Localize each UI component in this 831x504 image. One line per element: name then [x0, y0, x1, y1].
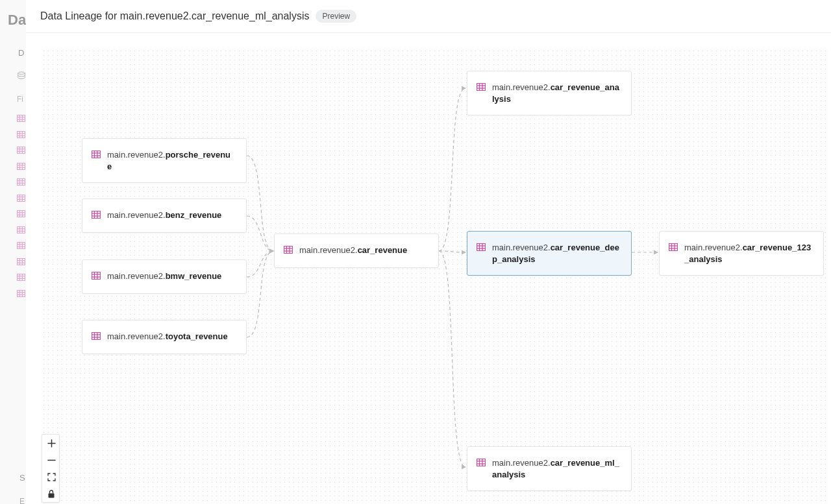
- table-icon: [284, 245, 293, 257]
- svg-rect-101: [669, 244, 678, 251]
- zoom-controls: [42, 434, 60, 503]
- node-label: main.revenue2.car_revenue_deep_analysis: [492, 242, 619, 265]
- lock-button[interactable]: [42, 485, 60, 502]
- svg-rect-71: [92, 272, 101, 280]
- lock-icon: [47, 490, 55, 498]
- node-label: main.revenue2.bmw_revenue: [107, 270, 221, 282]
- svg-rect-86: [477, 84, 486, 91]
- lineage-node-porsche-revenue[interactable]: main.revenue2.porsche_revenue: [82, 138, 247, 183]
- lineage-node-toyota-revenue[interactable]: main.revenue2.toyota_revenue: [82, 320, 247, 354]
- svg-rect-41: [18, 242, 25, 248]
- lineage-node-car-revenue-ml-analysis[interactable]: main.revenue2.car_revenue_ml_analysis: [467, 446, 632, 491]
- node-label: main.revenue2.porsche_revenue: [107, 149, 234, 172]
- svg-rect-11: [18, 147, 25, 153]
- lineage-node-car-revenue-123-analysis[interactable]: main.revenue2.car_revenue_123_analysis: [659, 231, 824, 276]
- background-filter-text: Fi: [17, 95, 23, 104]
- svg-point-0: [18, 72, 25, 75]
- table-icon: [92, 150, 101, 162]
- lineage-node-car-revenue[interactable]: main.revenue2.car_revenue: [274, 234, 439, 268]
- table-icon: [477, 82, 486, 94]
- table-icon: [669, 243, 678, 254]
- svg-rect-36: [18, 226, 25, 233]
- panel-header: Data Lineage for main.revenue2.car_reven…: [26, 0, 831, 33]
- fullscreen-icon: [47, 473, 56, 481]
- svg-rect-46: [18, 258, 25, 265]
- node-label: main.revenue2.toyota_revenue: [107, 331, 228, 342]
- svg-rect-91: [477, 244, 486, 251]
- lineage-canvas[interactable]: main.revenue2.porsche_revenue main.reven…: [42, 49, 828, 504]
- table-icon: [92, 271, 101, 283]
- svg-rect-96: [477, 459, 486, 466]
- node-label: main.revenue2.car_revenue_ml_analysis: [492, 457, 619, 480]
- minus-icon: [47, 456, 56, 464]
- background-overlay: Da D Fi S E: [0, 0, 26, 504]
- svg-rect-66: [92, 211, 101, 219]
- node-label: main.revenue2.car_revenue_123_analysis: [684, 242, 812, 265]
- node-label: main.revenue2.benz_revenue: [107, 210, 221, 221]
- table-icon: [477, 458, 486, 470]
- background-bottom-text-1: S: [19, 473, 25, 483]
- svg-rect-76: [92, 333, 101, 340]
- svg-rect-6: [18, 131, 25, 138]
- zoom-in-button[interactable]: [42, 435, 60, 451]
- svg-rect-106: [49, 493, 55, 498]
- table-icon: [92, 331, 101, 343]
- svg-rect-1: [18, 115, 25, 121]
- zoom-out-button[interactable]: [42, 451, 60, 468]
- table-icon: [92, 210, 101, 222]
- svg-rect-61: [92, 151, 101, 158]
- background-tab: D: [18, 48, 24, 58]
- background-page-title: Da: [8, 12, 26, 29]
- svg-rect-51: [18, 274, 25, 280]
- background-bottom-text-2: E: [19, 497, 25, 504]
- node-label: main.revenue2.car_revenue_analysis: [492, 82, 619, 104]
- svg-rect-26: [18, 195, 25, 201]
- fit-view-button[interactable]: [42, 468, 60, 485]
- background-table-list: [17, 115, 26, 306]
- panel-title: Data Lineage for main.revenue2.car_reven…: [40, 10, 309, 22]
- svg-rect-56: [18, 290, 25, 296]
- lineage-node-car-revenue-analysis[interactable]: main.revenue2.car_revenue_analysis: [467, 71, 632, 115]
- svg-rect-16: [18, 163, 25, 169]
- preview-badge: Preview: [316, 10, 356, 23]
- svg-rect-21: [18, 178, 25, 185]
- table-icon: [477, 243, 486, 254]
- svg-rect-81: [284, 246, 293, 254]
- lineage-node-bmw-revenue[interactable]: main.revenue2.bmw_revenue: [82, 259, 247, 294]
- background-db-icon: [17, 71, 26, 97]
- lineage-node-benz-revenue[interactable]: main.revenue2.benz_revenue: [82, 198, 247, 233]
- lineage-node-car-revenue-deep-analysis[interactable]: main.revenue2.car_revenue_deep_analysis: [467, 231, 632, 276]
- plus-icon: [47, 439, 56, 448]
- lineage-panel: Data Lineage for main.revenue2.car_reven…: [26, 0, 831, 504]
- svg-rect-31: [18, 210, 25, 217]
- node-label: main.revenue2.car_revenue: [299, 245, 407, 256]
